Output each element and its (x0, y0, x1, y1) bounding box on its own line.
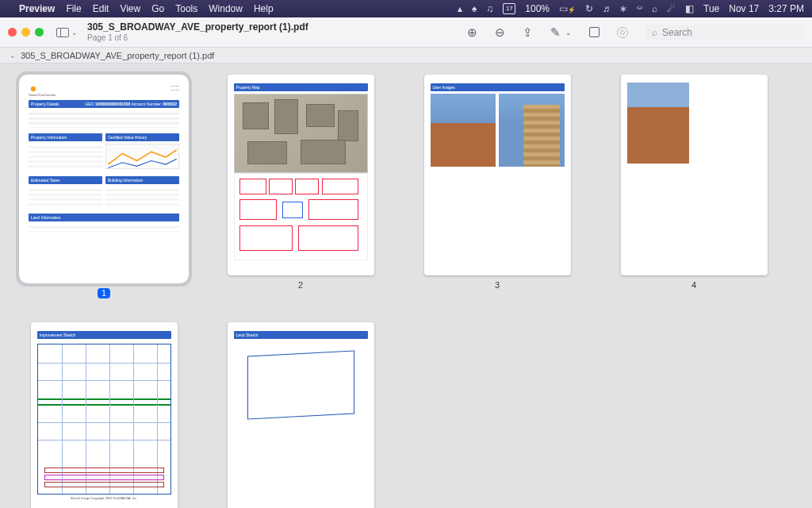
page-preview-4 (621, 75, 768, 275)
markup-menu[interactable]: ✎ ⌄ (550, 25, 572, 40)
sketch-footer: Sketch Image Copyright 2020 TaskNAUSA, I… (37, 497, 171, 501)
disclosure-triangle-icon[interactable]: ⌄ (10, 52, 16, 60)
audio-icon[interactable]: ♬ (603, 3, 610, 14)
close-window-button[interactable] (8, 28, 17, 37)
aerial-map (234, 94, 368, 173)
section-property-map: Property Map (234, 83, 368, 91)
calendar-icon[interactable]: 17 (503, 3, 515, 14)
section-property-info: Property Information (29, 133, 102, 141)
menubar-left: Preview File Edit View Go Tools Window H… (8, 3, 274, 14)
menu-help[interactable]: Help (254, 3, 274, 14)
menu-view[interactable]: View (120, 3, 140, 14)
clock-date[interactable]: Nov 17 (729, 3, 759, 14)
page-number-2: 2 (298, 280, 303, 290)
window-toolbar: ⌄ 305_S_BROADWAY_AVE_property_report (1)… (0, 17, 812, 48)
spotlight-icon[interactable]: ⌕ (652, 3, 657, 14)
document-title-block: 305_S_BROADWAY_AVE_property_report (1).p… (87, 22, 308, 41)
building-photo-3 (627, 83, 689, 164)
page-number-4: 4 (691, 280, 696, 290)
page-thumbnail-5[interactable]: Improvement Sketch Sketch Image Copyrigh… (19, 322, 189, 508)
page-preview-5: Improvement Sketch Sketch Image Copyrigh… (31, 322, 178, 508)
status-icon-1[interactable]: ▴ (458, 3, 462, 14)
section-land-info: Land Information (29, 214, 179, 221)
value-history-chart (105, 144, 179, 169)
menu-go[interactable]: Go (151, 3, 164, 14)
macos-menubar: Preview File Edit View Go Tools Window H… (0, 0, 812, 17)
section-cert-value: Certified Value History (105, 133, 179, 141)
menu-edit[interactable]: Edit (93, 3, 109, 14)
page-thumbnail-3[interactable]: User Images 3 (412, 75, 582, 298)
page-thumbnail-4[interactable]: 4 (609, 75, 779, 298)
document-title: 305_S_BROADWAY_AVE_property_report (1).p… (87, 22, 308, 33)
markup-pen-icon: ✎ (550, 25, 561, 40)
page-preview-1: --- ------- ---- Owner/Co-Founder Proper… (19, 75, 189, 283)
menu-file[interactable]: File (66, 3, 81, 14)
section-land-sketch: Land Sketch (234, 331, 368, 339)
section-est-taxes: Estimated Taxes (29, 176, 102, 184)
chevron-down-icon: ⌄ (71, 29, 78, 37)
section-building-info: Building Information (105, 176, 179, 184)
document-subtitle: Page 1 of 6 (87, 33, 308, 42)
building-photo-1 (431, 94, 496, 167)
page-preview-6: Land Sketch ---- ---- ---- -------- ---- (228, 322, 374, 508)
menu-tools[interactable]: Tools (175, 3, 197, 14)
sidebar-view-toggle[interactable]: ⌄ (56, 28, 78, 37)
rotate-icon[interactable] (589, 27, 599, 37)
clock-time[interactable]: 3:27 PM (768, 3, 804, 14)
improvement-sketch (37, 344, 171, 495)
window-controls (8, 28, 44, 37)
breadcrumb: ⌄ 305_S_BROADWAY_AVE_property_report (1)… (0, 48, 812, 64)
owner-label: Owner/Co-Founder (29, 94, 179, 98)
sidebar-icon (56, 28, 69, 37)
wifi-icon[interactable]: ⌔ (637, 3, 642, 14)
search-placeholder: Search (662, 27, 692, 38)
app-name[interactable]: Preview (19, 3, 55, 14)
building-photo-2 (499, 94, 565, 167)
section-property-details: Property Details (31, 102, 59, 106)
land-sketch (247, 350, 354, 419)
menu-window[interactable]: Window (209, 3, 243, 14)
status-icon-headphones[interactable]: ♫ (486, 3, 493, 14)
page-number-3: 3 (495, 280, 500, 290)
status-icon-octocat[interactable]: ♠ (472, 3, 477, 14)
fullscreen-window-button[interactable] (35, 28, 44, 37)
share-icon[interactable]: ⇪ (523, 25, 533, 40)
page-thumbnail-2[interactable]: Property Map 2 (216, 75, 385, 298)
clock-day[interactable]: Tue (703, 3, 719, 14)
search-icon: ⌕ (652, 27, 657, 38)
section-user-images: User Images (431, 83, 565, 91)
notification-icon[interactable]: ◧ (685, 3, 694, 14)
toolbar-actions: ⊕ ⊖ ⇪ ✎ ⌄ ⌕ Search (467, 25, 804, 40)
bluetooth-icon[interactable]: ∗ (619, 3, 627, 14)
page-preview-3: User Images (424, 75, 571, 275)
section-improvement-sketch: Improvement Sketch (37, 331, 171, 339)
page-preview-2: Property Map (228, 75, 374, 275)
parcel-map (234, 173, 368, 260)
control-center-icon[interactable]: ☄ (667, 3, 676, 14)
zoom-in-icon[interactable]: ⊕ (467, 25, 477, 40)
thumbnail-grid-area: --- ------- ---- Owner/Co-Founder Proper… (0, 64, 812, 508)
page-thumbnail-1[interactable]: --- ------- ---- Owner/Co-Founder Proper… (19, 75, 189, 298)
breadcrumb-filename[interactable]: 305_S_BROADWAY_AVE_property_report (1).p… (21, 51, 214, 60)
page-thumbnail-6[interactable]: Land Sketch ---- ---- ---- -------- ----… (216, 322, 385, 508)
page-number-1: 1 (98, 288, 110, 298)
battery-icon: ▭⚡ (559, 3, 576, 14)
menubar-right: ▴ ♠ ♫ 17 100% ▭⚡ ↻ ♬ ∗ ⌔ ⌕ ☄ ◧ Tue Nov 1… (458, 3, 804, 14)
zoom-out-icon[interactable]: ⊖ (495, 25, 505, 40)
timemachine-icon[interactable]: ↻ (585, 3, 593, 14)
chevron-down-icon: ⌄ (565, 29, 572, 37)
highlight-circle-icon[interactable] (617, 27, 628, 38)
battery-percent[interactable]: 100% (525, 3, 550, 14)
minimize-window-button[interactable] (21, 28, 30, 37)
search-input[interactable]: ⌕ Search (645, 25, 804, 40)
